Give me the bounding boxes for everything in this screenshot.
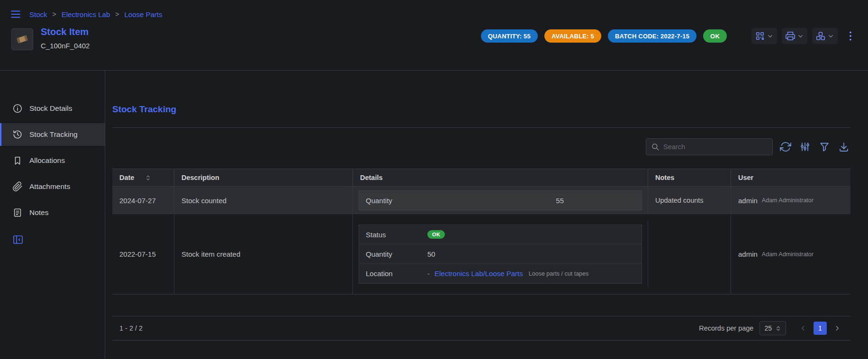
sidebar-item-attachments[interactable]: Attachments [0,175,105,198]
notes-icon [12,207,23,218]
user-full-name: Adam Administrator [762,197,814,204]
sort-icon [145,174,152,181]
sidebar: Stock Details Stock Tracking Allocations… [0,71,105,359]
table-toolbar [112,138,850,155]
barcode-actions-button[interactable] [751,28,777,44]
date-value: 2024-07-27 [119,197,156,205]
table-footer: 1 - 2 / 2 Records per page 25 1 [112,316,850,341]
column-header-label: Date [119,174,134,181]
panel-heading: Stock Tracking [112,104,850,115]
detail-key: Quantity [366,197,427,205]
page-header: Stock Item C_100nF_0402 QUANTITY: 55 AVA… [0,22,868,71]
filter-icon[interactable] [818,140,831,153]
pagination-controls: Records per page 25 1 [699,321,843,335]
refresh-icon[interactable] [779,140,792,153]
user-full-name: Adam Administrator [762,251,814,258]
detail-row-status: Status OK [359,225,642,244]
stock-item-name: C_100nF_0402 [41,42,90,50]
breadcrumb-loose-parts[interactable]: Loose Parts [124,10,162,18]
username: admin [738,250,758,258]
sidebar-item-stock-tracking[interactable]: Stock Tracking [0,123,105,146]
user-cell: admin Adam Administrator [731,214,850,294]
kebab-menu-icon[interactable] [844,30,857,42]
breadcrumb-stock[interactable]: Stock [29,10,47,18]
heading-divider [112,127,850,128]
column-header-label: Notes [655,174,674,181]
breadcrumb-electronics-lab[interactable]: Electronics Lab [62,10,110,18]
status-badges: QUANTITY: 55 AVAILABLE: 5 BATCH CODE: 20… [481,29,727,43]
detail-value: 55 [556,197,564,205]
search-box [646,138,773,155]
description-value: Stock counted [181,197,226,205]
description-cell: Stock item created [174,214,353,294]
stepper-icon [775,325,781,332]
title-block: Stock Item C_100nF_0402 [41,27,90,50]
stock-item-thumbnail[interactable] [11,28,33,50]
app-root: Stock > Electronics Lab > Loose Parts St… [0,0,868,359]
username: admin [738,197,758,205]
details-cell: Quantity 55 [353,187,648,214]
description-cell: Stock counted [174,187,353,214]
print-actions-button[interactable] [782,28,807,44]
description-value: Stock item created [181,250,240,258]
sidebar-item-label: Allocations [29,156,65,165]
column-header-label: User [738,174,753,181]
search-icon [651,143,660,151]
hamburger-menu-icon[interactable] [9,8,22,20]
page-title: Stock Item [41,27,90,37]
previous-page-icon[interactable] [797,322,809,334]
location-dash: - [427,269,430,278]
stock-operations-icon [815,31,826,41]
sidebar-item-stock-details[interactable]: Stock Details [0,97,105,120]
date-cell: 2024-07-27 [112,187,174,214]
column-header-user: User [731,169,850,186]
column-header-notes: Notes [648,169,731,186]
quantity-badge: QUANTITY: 55 [481,29,538,43]
status-ok-badge: OK [703,29,727,43]
printer-icon [785,31,796,41]
top-bar: Stock > Electronics Lab > Loose Parts [0,0,868,22]
records-per-page-label: Records per page [699,324,753,332]
stock-tracking-table: Date Description Details Notes User 2024… [112,169,850,341]
sidebar-collapse-icon[interactable] [12,234,24,245]
detail-key: Quantity [366,250,427,258]
page-size-value: 25 [764,324,772,332]
breadcrumb-separator: > [53,10,56,18]
content-area: Stock Details Stock Tracking Allocations… [0,71,868,359]
column-header-description: Description [174,169,353,186]
chevron-down-icon [767,33,774,40]
column-header-date[interactable]: Date [112,169,174,186]
detail-row-quantity: Quantity 50 [359,244,642,264]
page-1-button[interactable]: 1 [814,322,827,335]
column-settings-icon[interactable] [798,140,812,153]
notes-cell: Updated counts [648,187,731,214]
breadcrumb-separator: > [115,10,119,18]
sidebar-item-label: Stock Tracking [29,130,78,139]
breadcrumb: Stock > Electronics Lab > Loose Parts [29,10,163,18]
sidebar-item-label: Stock Details [29,104,72,113]
detail-value: 50 [427,250,435,258]
notes-value: Updated counts [655,197,704,204]
user-cell: admin Adam Administrator [731,187,850,214]
available-badge: AVAILABLE: 5 [544,29,601,43]
detail-key: Location [366,269,427,278]
page-size-select[interactable]: 25 [760,321,786,335]
table-header-row: Date Description Details Notes User [112,169,850,187]
download-icon[interactable] [837,140,850,153]
detail-group: Status OK Quantity 50 Location - Electro… [359,224,642,284]
notes-cell [648,214,731,294]
next-page-icon[interactable] [831,322,843,334]
qrcode-icon [755,31,765,41]
column-header-label: Description [181,174,219,181]
sidebar-item-label: Attachments [29,182,70,191]
search-input[interactable] [663,143,768,151]
location-description: Loose parts / cut tapes [529,270,588,277]
sidebar-item-notes[interactable]: Notes [0,201,105,224]
stock-operations-button[interactable] [812,28,838,44]
location-link[interactable]: Electronics Lab/Loose Parts [434,269,523,278]
main-panel: Stock Tracking [105,71,868,359]
chevron-down-icon [797,33,804,40]
sidebar-item-allocations[interactable]: Allocations [0,149,105,172]
detail-row-quantity: Quantity 55 [359,190,642,210]
sidebar-item-label: Notes [29,208,49,217]
